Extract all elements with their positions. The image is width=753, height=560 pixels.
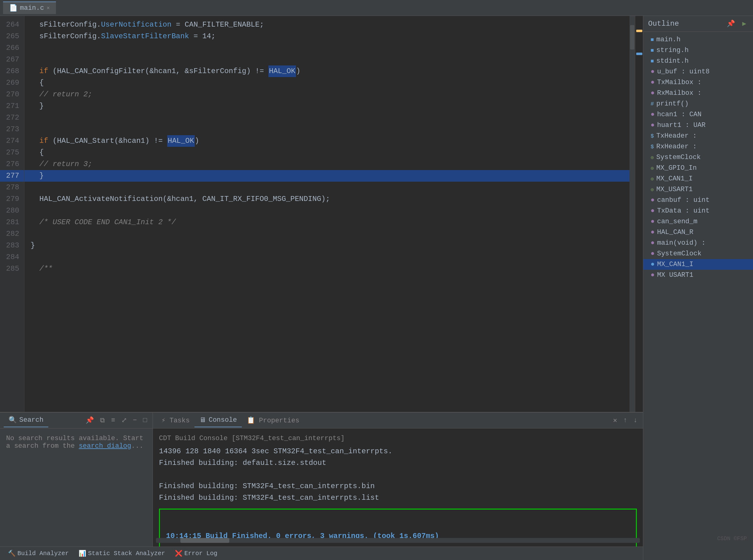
header-icon-2: ■ [651,47,654,54]
search-toolbar-icon[interactable]: ≡ [109,415,117,425]
code-container: 264 265 266 267 268 269 270 271 272 273 … [0,16,643,412]
line-num-270: 270 [0,89,24,100]
outline-item-main-void[interactable]: ● main(void) : [643,238,753,248]
outline-panel: Outline 📌 ▶ ■ main.h ■ string.h ■ stdint… [643,16,753,560]
outline-item-txdata[interactable]: ● TxData : uint [643,205,753,216]
var-icon-4: ● [651,111,655,118]
var-icon-3: ● [651,89,655,97]
tab-tasks[interactable]: ⚡ Tasks [157,414,195,427]
line-num-281: 281 [0,217,24,228]
tab-build-analyzer[interactable]: 🔨 Build Analyzer [4,548,73,559]
outline-item-canbuf[interactable]: ● canbuf : uint [643,195,753,205]
line-num-272: 272 [0,112,24,124]
func-icon-3: ● [651,250,655,258]
code-scrollbar-thumb[interactable] [630,25,634,49]
outline-item-printf[interactable]: # printf() [643,99,753,109]
outline-item-txmailbox[interactable]: ● TxMailbox : [643,77,753,88]
console-hscrollbar[interactable] [156,538,640,543]
console-label: Console [208,416,237,424]
line-num-279: 279 [0,193,24,205]
outline-run-icon[interactable]: ▶ [740,18,748,29]
build-result-empty [166,519,630,530]
outline-item-mxusart1[interactable]: ⊕ MX_USART1 [643,184,753,195]
outline-item-mxcan1[interactable]: ⊕ MX_CAN1_I [643,174,753,184]
outline-item-label-3: u_buf : uint8 [657,68,710,76]
console-content[interactable]: CDT Build Console [STM32F4_test_can_inte… [153,428,643,546]
line-num-269: 269 [0,77,24,89]
code-line-271: } [24,100,630,112]
console-close-icon[interactable]: ✕ [611,415,619,426]
maximize-icon[interactable]: □ [141,415,149,425]
outline-item-mxusart1-2[interactable]: ● MX USART1 [643,270,753,280]
copy-icon[interactable]: ⧉ [98,415,107,426]
outline-item-rxheader[interactable]: $ RxHeader : [643,141,753,152]
build-analyzer-label: Build Analyzer [17,550,69,557]
outline-item-label-4: TxMailbox : [657,79,701,86]
outline-item-ubuf[interactable]: ● u_buf : uint8 [643,66,753,77]
outline-content: ■ main.h ■ string.h ■ stdint.h ● u_buf :… [643,32,753,283]
tab-static-stack[interactable]: 📊 Static Stack Analyzer [74,548,169,559]
console-down-icon[interactable]: ↓ [632,415,639,425]
code-line-278 [24,182,630,193]
outline-item-cansend[interactable]: ● can_send_m [643,216,753,227]
outline-item-main-h[interactable]: ■ main.h [643,34,753,45]
search-tab-label: Search [19,416,43,424]
tasks-icon: ⚡ [161,417,165,424]
outline-item-label-17: can_send_m [657,218,697,225]
line-num-276: 276 [0,158,24,170]
tab-main-c[interactable]: 📄 main.c × [3,2,56,14]
code-scrollbar-track[interactable] [630,16,635,412]
tab-console[interactable]: 🖥 Console [195,414,242,427]
outline-item-label-10: RxHeader : [656,143,697,151]
code-line-276: // return 3; [24,158,630,170]
outline-item-label-13: MX_CAN1_I [656,175,693,183]
console-line-4: Finished building: STM32F4_test_can_inte… [159,480,637,492]
outline-item-mxgpio[interactable]: ⊕ MX_GPIO_In [643,163,753,174]
search-dialog-link[interactable]: search dialog [79,442,131,450]
var-icon-2: ● [651,79,655,86]
tab-error-log[interactable]: ❌ Error Log [170,548,222,559]
outline-item-label-15: canbuf : uint [657,196,710,204]
outline-item-rxmailbox[interactable]: ● RxMailbox : [643,88,753,99]
minimize-icon[interactable]: − [131,415,139,425]
console-icon: 🖥 [199,416,206,424]
properties-label: Properties [259,417,299,424]
outline-item-sysclock1[interactable]: ⊕ SystemClock [643,152,753,163]
console-hscrollbar-thumb[interactable] [180,538,229,543]
var-icon-5: ● [651,121,655,129]
tab-search[interactable]: 🔍 Search [4,414,48,427]
console-line-3 [159,469,637,480]
no-results-suffix: ... [131,442,143,450]
outline-item-hcan1[interactable]: ● hcan1 : CAN [643,109,753,120]
editor-area: 264 265 266 267 268 269 270 271 272 273 … [0,16,643,560]
s-icon-1: $ [651,133,654,139]
tab-close-button[interactable]: × [46,5,50,11]
outline-item-huart1[interactable]: ● huart1 : UAR [643,120,753,131]
line-num-264: 264 [0,19,24,31]
outline-item-string-h[interactable]: ■ string.h [643,45,753,56]
code-line-284 [24,252,630,263]
outline-item-txheader[interactable]: $ TxHeader : [643,131,753,141]
code-view: 264 265 266 267 268 269 270 271 272 273 … [0,16,643,412]
code-line-264: sFilterConfig.UserNotification = CAN_FIL… [24,19,630,31]
bottom-tab-bar: 🔨 Build Analyzer 📊 Static Stack Analyzer… [0,546,643,560]
search-panel: 🔍 Search 📌 ⧉ ≡ ⤢ − □ No search results a… [0,413,153,546]
build-analyzer-icon: 🔨 [8,549,16,557]
outline-item-halcanr[interactable]: ● HAL_CAN_R [643,227,753,238]
outline-item-label-19: main(void) : [657,239,705,247]
outline-item-label-9: TxHeader : [656,132,697,140]
outline-item-sysclock2[interactable]: ● SystemClock [643,248,753,259]
code-lines[interactable]: sFilterConfig.UserNotification = CAN_FIL… [24,16,630,412]
outline-item-stdint-h[interactable]: ■ stdint.h [643,56,753,66]
line-num-266: 266 [0,42,24,54]
code-line-273 [24,124,630,135]
outline-item-mxcan1-active[interactable]: ● MX_CAN1_I [643,259,753,270]
tab-properties[interactable]: 📋 Properties [242,414,304,427]
console-up-icon[interactable]: ↑ [622,415,629,425]
outline-item-label-2: stdint.h [656,57,689,65]
top-toolbar: 📄 main.c × [0,0,753,16]
plus-icon-3: ⊕ [651,176,654,182]
expand-icon[interactable]: ⤢ [120,415,129,426]
outline-pin-icon[interactable]: 📌 [725,18,737,29]
pin-icon[interactable]: 📌 [84,415,96,426]
